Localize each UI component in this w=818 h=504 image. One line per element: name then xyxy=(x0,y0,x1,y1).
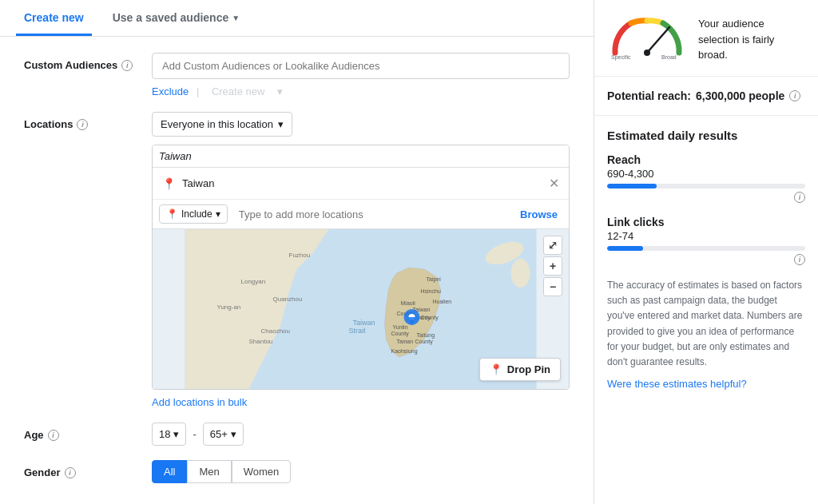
link-clicks-bar xyxy=(607,246,805,251)
link-clicks-info-icon[interactable]: i xyxy=(794,254,805,265)
gauge-svg: Specific Broad xyxy=(607,13,687,61)
reach-info-icon[interactable]: i xyxy=(794,192,805,203)
map-fullscreen-button[interactable]: ⤢ xyxy=(543,236,562,255)
gender-row: Gender i All Men Women xyxy=(24,460,570,483)
tab-create-new[interactable]: Create new xyxy=(16,0,92,36)
location-search-bar: Taiwan xyxy=(153,145,569,168)
location-type-dropdown[interactable]: Everyone in this location ▾ xyxy=(152,112,292,137)
location-remove-button[interactable]: ✕ xyxy=(549,176,559,191)
location-pin-small-icon: 📍 xyxy=(166,208,178,220)
custom-audiences-content: Exclude | Create new ▾ xyxy=(152,53,570,97)
age-min-chevron-icon: ▾ xyxy=(173,428,179,440)
browse-button[interactable]: Browse xyxy=(515,205,562,224)
location-search-input[interactable] xyxy=(234,207,509,222)
tab-bar: Create new Use a saved audience ▼ xyxy=(0,0,594,37)
gender-men-button[interactable]: Men xyxy=(187,460,231,483)
age-info-icon[interactable]: i xyxy=(48,430,59,441)
helpful-link[interactable]: Were these estimates helpful? xyxy=(607,378,747,390)
svg-text:Tainan: Tainan xyxy=(397,339,414,344)
locations-content: Everyone in this location ▾ Taiwan 📍 Tai… xyxy=(152,112,570,408)
reach-bar xyxy=(607,184,805,189)
tab-use-saved[interactable]: Use a saved audience ▼ xyxy=(105,0,248,36)
svg-text:Taiwan: Taiwan xyxy=(353,319,375,327)
link-clicks-label: Link clicks xyxy=(607,216,805,228)
gender-women-button[interactable]: Women xyxy=(232,460,292,483)
svg-line-30 xyxy=(647,27,669,53)
gender-info-icon[interactable]: i xyxy=(65,467,76,478)
svg-text:Hsinchu: Hsinchu xyxy=(421,288,441,294)
svg-text:Strait: Strait xyxy=(349,327,367,335)
estimated-results-title: Estimated daily results xyxy=(607,129,805,142)
link-clicks-metric: Link clicks 12-74 i xyxy=(607,216,805,265)
reach-metric: Reach 690-4,300 i xyxy=(607,153,805,203)
age-max-chevron-icon: ▾ xyxy=(231,428,236,440)
age-min-select[interactable]: 18 ▾ xyxy=(152,423,186,446)
svg-text:Hualien: Hualien xyxy=(433,299,452,304)
svg-text:Taipei: Taipei xyxy=(427,276,442,283)
svg-text:County: County xyxy=(391,331,410,337)
custom-audiences-info-icon[interactable]: i xyxy=(121,60,133,71)
dropdown-chevron-icon: ▾ xyxy=(278,118,284,130)
include-bar: 📍 Include ▾ Browse xyxy=(153,200,569,229)
map-container: Taiwan Strait Hsinchu Hualien Miaoli Cou… xyxy=(153,229,569,389)
map-zoom-in-button[interactable]: + xyxy=(543,256,562,276)
svg-text:Yunlin: Yunlin xyxy=(393,324,408,330)
svg-text:Fuzhou: Fuzhou xyxy=(289,252,311,259)
link-clicks-bar-fill xyxy=(607,246,643,251)
svg-text:Shantou: Shantou xyxy=(249,338,273,345)
svg-text:Kaohsiung: Kaohsiung xyxy=(391,348,418,355)
map-controls: ⤢ + − xyxy=(543,236,562,296)
age-label: Age i xyxy=(24,423,152,441)
svg-text:Yung-an: Yung-an xyxy=(217,304,241,311)
svg-text:Quanzhou: Quanzhou xyxy=(273,296,303,303)
map-zoom-out-button[interactable]: − xyxy=(543,277,562,296)
svg-text:Taitung: Taitung xyxy=(417,332,435,339)
tab-use-saved-label: Use a saved audience xyxy=(113,11,229,24)
svg-text:County: County xyxy=(421,315,439,321)
reach-range: 690-4,300 xyxy=(607,168,805,180)
potential-reach-value: Potential reach: 6,300,000 people i xyxy=(607,89,805,102)
locations-info-icon[interactable]: i xyxy=(77,119,88,130)
custom-audiences-label: Custom Audiences i xyxy=(24,53,152,71)
broad-gauge-label: Broad xyxy=(661,54,677,60)
create-new-link[interactable]: Create new ▾ xyxy=(207,85,288,97)
age-max-select[interactable]: 65+ ▾ xyxy=(203,423,244,446)
link-clicks-range: 12-74 xyxy=(607,230,805,242)
gauge-description: Your audience selection is fairly broad. xyxy=(698,13,805,63)
gender-label: Gender i xyxy=(24,460,152,478)
svg-text:Chaozhou: Chaozhou xyxy=(261,327,290,335)
reach-label: Reach xyxy=(607,153,805,166)
accuracy-text: The accuracy of estimates is based on fa… xyxy=(607,278,805,370)
custom-audiences-input[interactable] xyxy=(152,53,570,79)
gender-content: All Men Women xyxy=(152,460,570,483)
gender-buttons: All Men Women xyxy=(152,460,570,483)
add-locations-bulk-link[interactable]: Add locations in bulk xyxy=(152,396,247,408)
gauge-section: Specific Broad Your audience selection i… xyxy=(594,0,818,77)
specific-gauge-label: Specific xyxy=(611,54,631,61)
exclude-link[interactable]: Exclude xyxy=(152,85,189,97)
gauge-container: Specific Broad xyxy=(607,13,687,63)
custom-audiences-row: Custom Audiences i Exclude | Create new … xyxy=(24,53,570,97)
svg-text:Miaoli: Miaoli xyxy=(401,300,416,306)
estimated-results-section: Estimated daily results Reach 690-4,300 … xyxy=(594,116,818,403)
include-chevron-icon: ▾ xyxy=(216,208,220,220)
right-panel: Specific Broad Your audience selection i… xyxy=(594,0,818,504)
locations-row: Locations i Everyone in this location ▾ … xyxy=(24,112,570,408)
audience-links: Exclude | Create new ▾ xyxy=(152,85,570,97)
svg-text:County: County xyxy=(415,339,434,345)
form-area: Custom Audiences i Exclude | Create new … xyxy=(0,37,594,504)
location-taiwan-item: 📍 Taiwan ✕ xyxy=(153,168,569,200)
include-type-select[interactable]: 📍 Include ▾ xyxy=(159,204,228,224)
drop-pin-button[interactable]: 📍 Drop Pin xyxy=(479,358,561,381)
location-pin-icon: 📍 xyxy=(162,177,176,190)
svg-point-31 xyxy=(644,50,650,56)
svg-text:Longyan: Longyan xyxy=(241,278,266,285)
drop-pin-icon: 📍 xyxy=(490,363,502,375)
age-row: Age i 18 ▾ - 65+ ▾ xyxy=(24,423,570,446)
location-box: Taiwan 📍 Taiwan ✕ 📍 Include xyxy=(152,145,570,390)
potential-reach-info-icon[interactable]: i xyxy=(789,90,800,101)
age-content: 18 ▾ - 65+ ▾ xyxy=(152,423,570,446)
location-name: Taiwan xyxy=(182,177,214,189)
bulk-link: Add locations in bulk xyxy=(152,396,570,408)
gender-all-button[interactable]: All xyxy=(152,460,187,483)
